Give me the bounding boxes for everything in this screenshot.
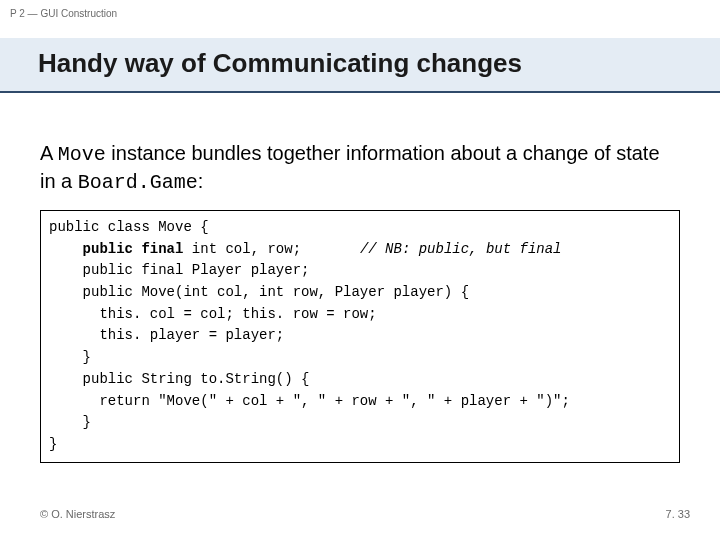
title-bar: Handy way of Communicating changes xyxy=(0,38,720,93)
code-line-9: return "Move(" + col + ", " + row + ", "… xyxy=(49,393,570,409)
footer-page-number: 7. 33 xyxy=(666,508,690,520)
body-code-1: Move xyxy=(58,143,106,166)
slide: P 2 — GUI Construction Handy way of Comm… xyxy=(0,0,720,540)
code-line-10: } xyxy=(49,414,91,430)
code-line-2c: int col, row; xyxy=(183,241,359,257)
code-line-2a xyxy=(49,241,83,257)
code-line-4: public Move(int col, int row, Player pla… xyxy=(49,284,469,300)
body-text: A Move instance bundles together informa… xyxy=(40,140,680,196)
code-line-1: public class Move { xyxy=(49,219,209,235)
code-line-2d: // NB: public, but final xyxy=(360,241,562,257)
code-line-11: } xyxy=(49,436,57,452)
breadcrumb: P 2 — GUI Construction xyxy=(10,8,117,19)
code-line-5: this. col = col; this. row = row; xyxy=(49,306,377,322)
code-line-6: this. player = player; xyxy=(49,327,284,343)
code-line-7: } xyxy=(49,349,91,365)
slide-title: Handy way of Communicating changes xyxy=(38,48,720,79)
body-code-2: Board.Game xyxy=(78,171,198,194)
body-suffix: : xyxy=(198,170,204,192)
footer-copyright: © O. Nierstrasz xyxy=(40,508,115,520)
body-prefix: A xyxy=(40,142,58,164)
code-box: public class Move { public final int col… xyxy=(40,210,680,463)
code-line-8: public String to.String() { xyxy=(49,371,309,387)
code-line-2b: public final xyxy=(83,241,184,257)
code-line-3: public final Player player; xyxy=(49,262,309,278)
